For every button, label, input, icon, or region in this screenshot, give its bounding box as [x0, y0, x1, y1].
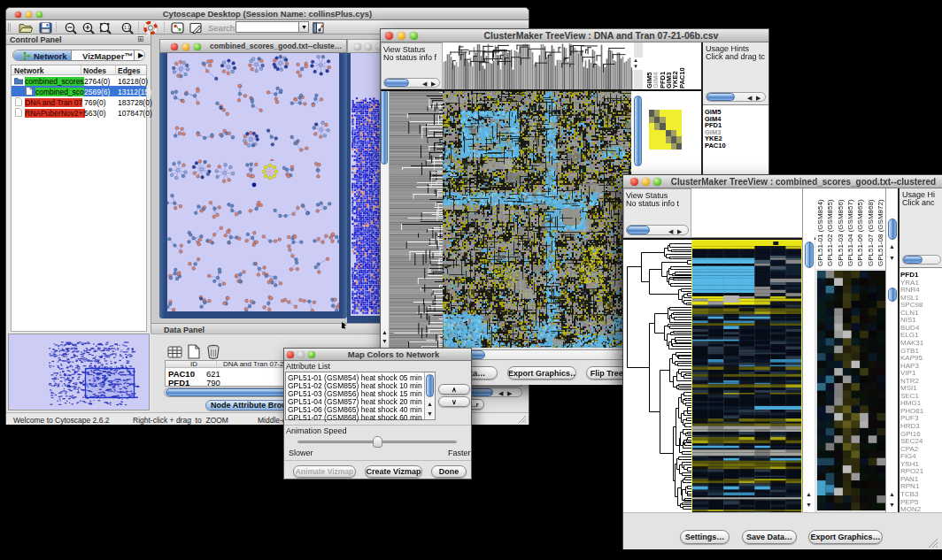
svg-text:1:1: 1:1: [124, 25, 130, 30]
